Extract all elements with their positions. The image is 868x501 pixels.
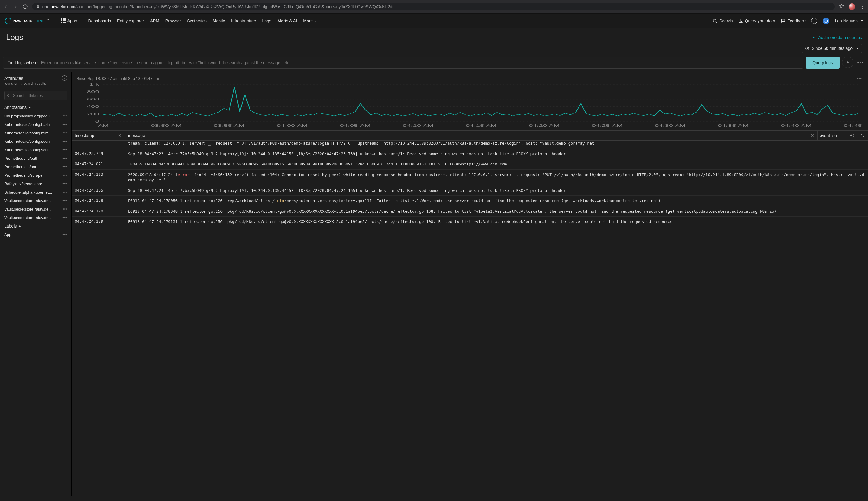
cell-message: E0918 04:47:24.179131 1 reflector.go:156…	[125, 217, 868, 227]
apps-label: Apps	[67, 19, 77, 23]
annotation-item[interactable]: Kubernetes.io/config.sour...•••	[0, 146, 72, 154]
nav-apm[interactable]: APM	[150, 19, 159, 23]
item-menu-icon[interactable]: •••	[61, 181, 69, 186]
svg-text:1 k: 1 k	[89, 83, 99, 86]
attributes-search[interactable]	[4, 91, 67, 100]
help-button[interactable]: ?	[811, 18, 817, 24]
annotation-item[interactable]: Vault.secretstore.rafay.de...•••	[0, 196, 72, 205]
chrome-menu-icon[interactable]	[859, 4, 865, 9]
svg-text:04:15 AM: 04:15 AM	[466, 124, 497, 127]
item-menu-icon[interactable]: •••	[61, 130, 69, 135]
table-row[interactable]: tream, client: 127.0.0.1, server: _, req…	[72, 141, 868, 149]
labels-section-toggle[interactable]: Labels	[0, 222, 72, 230]
table-row[interactable]: 04:47:24.165Sep 18 04:47:24 l4err-77b5c5…	[72, 185, 868, 196]
svg-text:04:25 AM: 04:25 AM	[592, 124, 622, 127]
nav-browser[interactable]: Browser	[165, 19, 181, 23]
chart-icon	[738, 19, 743, 23]
cell-timestamp: 04:47:24.163	[72, 170, 125, 185]
nav-logs[interactable]: Logs	[262, 19, 271, 23]
nav-mobile[interactable]: Mobile	[213, 19, 225, 23]
time-range-picker[interactable]: Since 60 minutes ago	[802, 44, 862, 53]
svg-point-3	[8, 94, 9, 96]
annotation-item[interactable]: Kubernetes.io/config.hash•••	[0, 120, 72, 129]
query-data-button[interactable]: Query your data	[738, 19, 775, 23]
remove-column-icon[interactable]: ✕	[118, 133, 122, 138]
log-rows[interactable]: tream, client: 127.0.0.1, server: _, req…	[72, 141, 868, 496]
address-bar[interactable]: one.newrelic.com/launcher/logger.log-lau…	[32, 3, 835, 10]
annotation-item[interactable]: Rafay.dev/secretstore•••	[0, 179, 72, 188]
brand-logo[interactable]: New Relic ONE ™	[5, 18, 50, 24]
play-icon	[846, 60, 850, 64]
chart-canvas[interactable]: 02004006008001 kAM03:50 AM03:55 AM04:00 …	[76, 83, 863, 129]
annotations-section-toggle[interactable]: Annotations	[0, 103, 72, 111]
bookmark-star-icon[interactable]	[839, 4, 844, 10]
chart-area: Since Sep 18, 03:47 am until Sep 18, 04:…	[72, 72, 868, 130]
item-menu-icon[interactable]: •••	[61, 198, 69, 203]
annotation-item[interactable]: Vault.secretstore.rafay.de...•••	[0, 205, 72, 213]
remove-column-icon[interactable]: ✕	[811, 133, 814, 138]
query-input[interactable]	[41, 60, 799, 65]
user-menu[interactable]: Lan Nguyen	[835, 19, 863, 23]
reload-button[interactable]	[22, 4, 28, 9]
table-row[interactable]: 04:47:23.739Sep 18 04:47:23 l4err-77b5c5…	[72, 149, 868, 159]
annotation-item[interactable]: Cni.projectcalico.org/podIP•••	[0, 111, 72, 120]
forward-button[interactable]	[13, 4, 18, 9]
table-row[interactable]: 04:47:24.179E0918 04:47:24.179131 1 refl…	[72, 217, 868, 227]
item-menu-icon[interactable]: •••	[61, 215, 69, 220]
item-menu-icon[interactable]: •••	[61, 122, 69, 127]
annotation-item[interactable]: Prometheus.io/scrape•••	[0, 171, 72, 179]
separator	[55, 17, 55, 24]
item-menu-icon[interactable]: •••	[61, 173, 69, 178]
table-row[interactable]: 04:47:24.021180465 1600404443u000941.808…	[72, 159, 868, 170]
svg-text:600: 600	[87, 97, 99, 101]
table-row[interactable]: 04:47:24.1632020/09/18 04:47:24 [error] …	[72, 170, 868, 185]
annotation-item[interactable]: Prometheus.io/port•••	[0, 162, 72, 171]
nav-infrastructure[interactable]: Infrastructure	[231, 19, 256, 23]
add-data-sources-link[interactable]: + Add more data sources	[811, 35, 862, 40]
item-menu-icon[interactable]: •••	[61, 139, 69, 144]
table-row[interactable]: 04:47:24.178E0918 04:47:24.178348 1 refl…	[72, 206, 868, 217]
column-extra[interactable]: event_su	[818, 131, 846, 140]
annotation-item[interactable]: Vault.secretstore.rafay.de...•••	[0, 213, 72, 222]
annotation-item[interactable]: Scheduler.alpha.kubernet...•••	[0, 188, 72, 196]
nav-more[interactable]: More	[303, 19, 316, 23]
column-message[interactable]: message ✕	[125, 131, 818, 140]
column-message-label: message	[128, 133, 145, 138]
query-logs-button[interactable]: Query logs	[806, 56, 839, 69]
nav-alerts-ai[interactable]: Alerts & AI	[277, 19, 297, 23]
attributes-search-input[interactable]	[12, 93, 64, 98]
back-button[interactable]	[3, 4, 9, 9]
feedback-button[interactable]: Feedback	[781, 19, 806, 23]
user-avatar[interactable]	[823, 18, 829, 24]
annotation-item[interactable]: Kubernetes.io/config.seen•••	[0, 137, 72, 146]
item-menu-icon[interactable]: •••	[61, 156, 69, 161]
nav-synthetics[interactable]: Synthetics	[187, 19, 207, 23]
label-item[interactable]: App•••	[0, 230, 72, 239]
add-column-button[interactable]: +	[846, 131, 857, 140]
cell-timestamp: 04:47:24.178	[72, 206, 125, 217]
help-icon[interactable]: ?	[62, 75, 67, 81]
nav-dashboards[interactable]: Dashboards	[88, 19, 111, 23]
item-menu-icon[interactable]: •••	[61, 114, 69, 118]
annotation-item-label: Vault.secretstore.rafay.de...	[4, 207, 52, 212]
item-menu-icon[interactable]: •••	[61, 164, 69, 169]
item-menu-icon[interactable]: •••	[61, 207, 69, 212]
column-timestamp-label: timestamp	[75, 133, 94, 138]
table-header: timestamp ✕ message ✕ event_su +	[72, 130, 868, 141]
column-timestamp[interactable]: timestamp ✕	[72, 131, 125, 140]
item-menu-icon[interactable]: •••	[61, 190, 69, 194]
table-row[interactable]: 04:47:24.178E0918 04:47:24.178056 1 refl…	[72, 196, 868, 206]
query-input-box[interactable]: Find logs where	[3, 56, 803, 69]
more-actions-button[interactable]: •••	[856, 56, 865, 69]
apps-button[interactable]: Apps	[61, 19, 77, 23]
annotation-item[interactable]: Prometheus.io/path•••	[0, 154, 72, 162]
chrome-profile-avatar[interactable]	[849, 3, 855, 10]
chart-menu-button[interactable]: •••	[855, 76, 863, 81]
search-button[interactable]: Search	[713, 19, 733, 23]
annotation-item[interactable]: Kubernetes.io/config.mirr...•••	[0, 129, 72, 137]
expand-button[interactable]	[857, 131, 868, 140]
item-menu-icon[interactable]: •••	[61, 147, 69, 152]
item-menu-icon[interactable]: •••	[61, 232, 69, 237]
play-button[interactable]	[842, 56, 854, 68]
nav-entity-explorer[interactable]: Entity explorer	[117, 19, 144, 23]
